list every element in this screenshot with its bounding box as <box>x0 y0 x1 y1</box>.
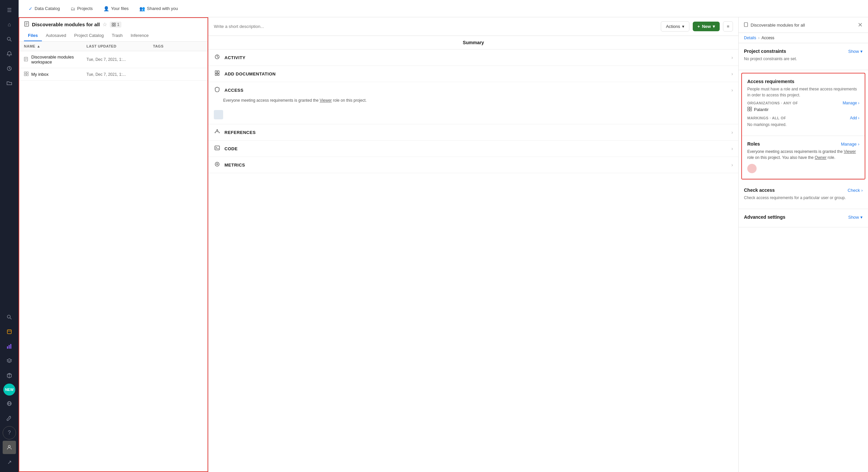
tab-your-files[interactable]: 👤 Your files <box>99 4 133 13</box>
documentation-label: ADD DOCUMENTATION <box>224 71 727 76</box>
shared-icon: 👥 <box>140 6 145 11</box>
new-badge[interactable]: NEW <box>3 383 15 396</box>
breadcrumb-access: Access <box>762 36 775 40</box>
manage-roles-button[interactable]: Manage › <box>841 142 859 146</box>
folder-icon[interactable] <box>3 76 16 90</box>
sidebar: ☰ ⌂ NEW ? ↗ <box>0 0 19 472</box>
add-markings-button[interactable]: Add › <box>850 116 859 120</box>
owner-link[interactable]: Owner <box>815 155 827 160</box>
projects-icon: 🗂 <box>70 6 75 11</box>
summary-item-documentation[interactable]: ADD DOCUMENTATION › <box>209 66 738 82</box>
check-access-button[interactable]: Check › <box>848 188 863 193</box>
actions-button[interactable]: Actions ▾ <box>661 21 689 32</box>
tab-files[interactable]: Files <box>24 30 42 41</box>
viewer-link[interactable]: Viewer <box>844 149 856 154</box>
file-row[interactable]: My inbox Tue, Dec 7, 2021, 1:... <box>19 68 208 81</box>
svg-line-1 <box>10 40 11 41</box>
markings-label: MARKINGS · All of Add › <box>747 116 859 120</box>
svg-rect-53 <box>750 109 752 111</box>
close-icon[interactable]: ✕ <box>858 21 863 29</box>
check-access-title: Check access <box>744 188 775 193</box>
access-avatar <box>214 110 223 119</box>
summary-item-code[interactable]: CODE › <box>209 141 738 157</box>
history-icon[interactable] <box>3 62 16 75</box>
content-area: Discoverable modules for all ☆ 1 Files A… <box>19 17 868 472</box>
svg-point-48 <box>217 164 218 165</box>
code-icon <box>214 145 220 152</box>
svg-rect-8 <box>9 345 10 349</box>
manage-chevron-icon: › <box>858 101 859 105</box>
references-chevron: › <box>731 130 733 135</box>
advanced-settings-show-button[interactable]: Show ▾ <box>848 215 863 220</box>
roles-header: Roles Manage › <box>747 141 859 146</box>
tab-projects[interactable]: 🗂 Projects <box>66 4 97 13</box>
summary-title: Summary <box>209 36 738 49</box>
project-panel: Discoverable modules for all ☆ 1 Files A… <box>19 17 208 472</box>
svg-point-17 <box>8 445 10 447</box>
tab-shared-with-you[interactable]: 👥 Shared with you <box>135 4 183 13</box>
bell-icon[interactable] <box>3 47 16 61</box>
actions-chevron-icon: ▾ <box>682 24 684 29</box>
expand-icon[interactable]: ↗ <box>3 456 16 469</box>
access-requirements-title: Access requirements <box>747 79 795 84</box>
box-icon[interactable] <box>3 325 16 338</box>
globe-icon[interactable] <box>3 397 16 410</box>
user-avatar[interactable] <box>3 441 16 454</box>
file-row[interactable]: Discoverable modules workspace Tue, Dec … <box>19 51 208 68</box>
search-icon[interactable] <box>3 33 16 46</box>
svg-point-41 <box>215 132 216 133</box>
list-view-button[interactable]: ≡ <box>723 21 733 32</box>
activity-label: ACTIVITY <box>224 55 727 60</box>
markings-value: No markings required. <box>747 122 859 128</box>
tab-autosaved[interactable]: Autosaved <box>42 30 70 41</box>
check-access-desc: Check access requirements for a particul… <box>744 195 863 201</box>
activity-icon <box>214 54 220 61</box>
star-icon[interactable]: ☆ <box>102 21 107 28</box>
cube-icon[interactable] <box>3 369 16 382</box>
svg-rect-5 <box>7 330 11 334</box>
members-badge[interactable]: 1 <box>110 22 121 28</box>
search2-icon[interactable] <box>3 310 16 324</box>
tools-icon[interactable] <box>3 411 16 425</box>
svg-rect-22 <box>112 23 114 24</box>
tab-project-catalog[interactable]: Project Catalog <box>70 30 108 41</box>
summary-item-metrics[interactable]: METRICS › <box>209 157 738 173</box>
svg-rect-23 <box>114 23 115 24</box>
col-name-header[interactable]: NAME ▲ <box>24 44 87 48</box>
check-access-header: Check access Check › <box>744 188 863 193</box>
your-files-icon: 👤 <box>103 6 109 11</box>
file-name-1: My inbox <box>24 71 87 77</box>
home-icon[interactable]: ⌂ <box>3 18 16 31</box>
summary-item-access[interactable]: ACCESS › Everyone meeting access require… <box>209 82 738 124</box>
description-input[interactable] <box>214 24 657 29</box>
summary-item-activity[interactable]: ACTIVITY › <box>209 49 738 66</box>
add-chevron-icon: › <box>858 116 859 120</box>
svg-rect-37 <box>215 74 217 75</box>
roles-title: Roles <box>747 141 760 146</box>
hamburger-icon[interactable]: ☰ <box>3 3 16 16</box>
tab-inference[interactable]: Inference <box>127 30 153 41</box>
project-tabs: Files Autosaved Project Catalog Trash In… <box>24 30 203 41</box>
file-doc-icon <box>24 57 29 63</box>
new-button[interactable]: + New ▾ <box>693 22 720 31</box>
question-icon[interactable]: ? <box>3 426 16 439</box>
svg-rect-24 <box>112 25 114 26</box>
documentation-icon <box>214 70 220 77</box>
tab-data-catalog[interactable]: ✓ Data Catalog <box>24 4 64 13</box>
right-panel-content: Project constraints Show ▾ No project co… <box>739 43 868 472</box>
access-icon <box>214 87 220 93</box>
project-constraints-show-button[interactable]: Show ▾ <box>848 49 863 54</box>
list-view-icon: ≡ <box>727 24 729 29</box>
layers-icon[interactable] <box>3 354 16 368</box>
chart-icon[interactable] <box>3 340 16 353</box>
project-header: Discoverable modules for all ☆ 1 Files A… <box>19 18 208 41</box>
right-panel-title: Discoverable modules for all <box>744 22 805 28</box>
viewer-role-link[interactable]: Viewer <box>319 98 332 103</box>
summary-item-references[interactable]: REFERENCES › <box>209 124 738 141</box>
check-access-section: Check access Check › Check access requir… <box>739 182 868 209</box>
manage-organizations-button[interactable]: Manage › <box>843 101 859 105</box>
file-date-0: Tue, Dec 7, 2021, 1:... <box>87 57 153 62</box>
access-requirements-desc: People must have a role and meet these a… <box>747 86 859 98</box>
breadcrumb-details-link[interactable]: Details <box>744 36 756 40</box>
tab-trash[interactable]: Trash <box>108 30 127 41</box>
